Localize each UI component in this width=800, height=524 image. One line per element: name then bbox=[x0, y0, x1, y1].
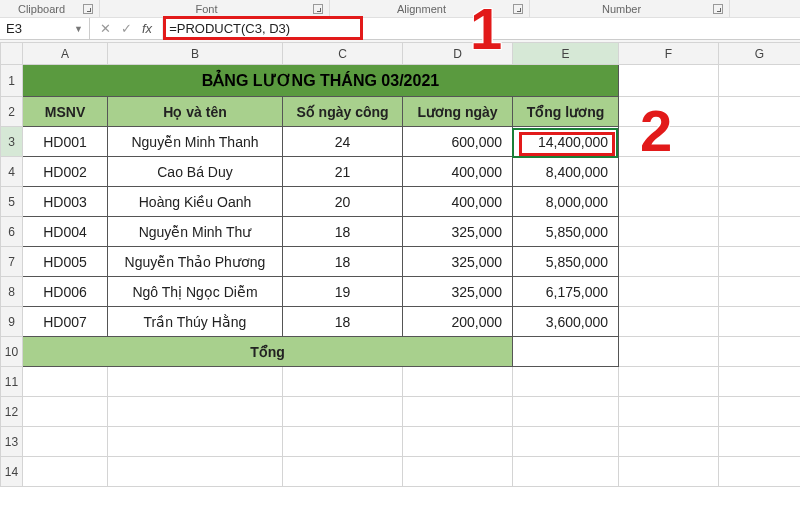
cell-msnv[interactable]: HD004 bbox=[23, 217, 108, 247]
row-header[interactable]: 6 bbox=[1, 217, 23, 247]
row-header[interactable]: 10 bbox=[1, 337, 23, 367]
row-header[interactable]: 12 bbox=[1, 397, 23, 427]
row-header[interactable]: 13 bbox=[1, 427, 23, 457]
row-header[interactable]: 8 bbox=[1, 277, 23, 307]
cell[interactable] bbox=[403, 427, 513, 457]
chevron-down-icon[interactable]: ▼ bbox=[74, 24, 83, 34]
cell[interactable] bbox=[719, 427, 801, 457]
cell[interactable] bbox=[619, 217, 719, 247]
cell[interactable] bbox=[23, 457, 108, 487]
cell-name[interactable]: Hoàng Kiều Oanh bbox=[108, 187, 283, 217]
cell-name[interactable]: Nguyễn Thảo Phương bbox=[108, 247, 283, 277]
col-hoten[interactable]: Họ và tên bbox=[108, 97, 283, 127]
cell[interactable] bbox=[403, 457, 513, 487]
col-header-e[interactable]: E bbox=[513, 43, 619, 65]
cell-msnv[interactable]: HD003 bbox=[23, 187, 108, 217]
cell-total[interactable]: 14,400,000 bbox=[513, 127, 619, 157]
cell-msnv[interactable]: HD006 bbox=[23, 277, 108, 307]
cell-name[interactable]: Cao Bá Duy bbox=[108, 157, 283, 187]
col-header-g[interactable]: G bbox=[719, 43, 801, 65]
cell-total[interactable]: 5,850,000 bbox=[513, 217, 619, 247]
cell[interactable] bbox=[719, 127, 801, 157]
cell[interactable] bbox=[108, 397, 283, 427]
cell-rate[interactable]: 325,000 bbox=[403, 277, 513, 307]
cell-name[interactable]: Trần Thúy Hằng bbox=[108, 307, 283, 337]
cell[interactable] bbox=[619, 307, 719, 337]
dialog-launcher-icon[interactable] bbox=[513, 4, 523, 14]
cell[interactable] bbox=[619, 397, 719, 427]
col-header-a[interactable]: A bbox=[23, 43, 108, 65]
cell[interactable] bbox=[719, 187, 801, 217]
cell-msnv[interactable]: HD007 bbox=[23, 307, 108, 337]
cell[interactable] bbox=[283, 457, 403, 487]
cell-rate[interactable]: 400,000 bbox=[403, 187, 513, 217]
cell-rate[interactable]: 325,000 bbox=[403, 217, 513, 247]
cell-total[interactable]: 3,600,000 bbox=[513, 307, 619, 337]
cell[interactable] bbox=[283, 367, 403, 397]
cell-total[interactable]: 8,000,000 bbox=[513, 187, 619, 217]
cell-days[interactable]: 21 bbox=[283, 157, 403, 187]
fx-icon[interactable]: fx bbox=[142, 21, 152, 36]
col-msnv[interactable]: MSNV bbox=[23, 97, 108, 127]
cell[interactable] bbox=[719, 97, 801, 127]
grid[interactable]: A B C D E F G 1 BẢNG LƯƠNG THÁNG 03/2021… bbox=[0, 42, 800, 487]
cell-rate[interactable]: 325,000 bbox=[403, 247, 513, 277]
cell[interactable] bbox=[619, 367, 719, 397]
cell[interactable] bbox=[403, 367, 513, 397]
cell[interactable] bbox=[108, 457, 283, 487]
row-header[interactable]: 14 bbox=[1, 457, 23, 487]
cell-msnv[interactable]: HD005 bbox=[23, 247, 108, 277]
cell[interactable] bbox=[619, 127, 719, 157]
cell[interactable] bbox=[719, 277, 801, 307]
worksheet[interactable]: A B C D E F G 1 BẢNG LƯƠNG THÁNG 03/2021… bbox=[0, 42, 800, 487]
cell[interactable] bbox=[619, 337, 719, 367]
cell-total[interactable]: 5,850,000 bbox=[513, 247, 619, 277]
cell[interactable] bbox=[719, 65, 801, 97]
dialog-launcher-icon[interactable] bbox=[713, 4, 723, 14]
formula-input[interactable]: =PRODUCT(C3, D3) bbox=[163, 18, 800, 39]
row-header[interactable]: 7 bbox=[1, 247, 23, 277]
cell[interactable] bbox=[619, 187, 719, 217]
cell[interactable] bbox=[719, 397, 801, 427]
cell-name[interactable]: Nguyễn Minh Thư bbox=[108, 217, 283, 247]
col-luongngay[interactable]: Lương ngày bbox=[403, 97, 513, 127]
cell[interactable] bbox=[719, 217, 801, 247]
cell[interactable] bbox=[619, 247, 719, 277]
cell-total[interactable]: 8,400,000 bbox=[513, 157, 619, 187]
cell[interactable] bbox=[619, 65, 719, 97]
cell[interactable] bbox=[719, 157, 801, 187]
name-box[interactable]: E3 ▼ bbox=[0, 18, 90, 39]
row-header[interactable]: 11 bbox=[1, 367, 23, 397]
dialog-launcher-icon[interactable] bbox=[313, 4, 323, 14]
col-ngaycong[interactable]: Số ngày công bbox=[283, 97, 403, 127]
cell-days[interactable]: 18 bbox=[283, 247, 403, 277]
cell[interactable] bbox=[619, 427, 719, 457]
cell[interactable] bbox=[23, 367, 108, 397]
table-title[interactable]: BẢNG LƯƠNG THÁNG 03/2021 bbox=[23, 65, 619, 97]
cell[interactable] bbox=[513, 457, 619, 487]
dialog-launcher-icon[interactable] bbox=[83, 4, 93, 14]
cell[interactable] bbox=[719, 367, 801, 397]
cell[interactable] bbox=[23, 427, 108, 457]
cell[interactable] bbox=[403, 397, 513, 427]
col-header-f[interactable]: F bbox=[619, 43, 719, 65]
cell-days[interactable]: 20 bbox=[283, 187, 403, 217]
cell[interactable] bbox=[513, 367, 619, 397]
total-label[interactable]: Tổng bbox=[23, 337, 513, 367]
total-value-cell[interactable] bbox=[513, 337, 619, 367]
cell[interactable] bbox=[108, 367, 283, 397]
cell-name[interactable]: Nguyễn Minh Thanh bbox=[108, 127, 283, 157]
cancel-icon[interactable]: ✕ bbox=[100, 21, 111, 36]
cell[interactable] bbox=[283, 397, 403, 427]
cell-rate[interactable]: 200,000 bbox=[403, 307, 513, 337]
cell[interactable] bbox=[719, 307, 801, 337]
cell[interactable] bbox=[283, 427, 403, 457]
cell-msnv[interactable]: HD002 bbox=[23, 157, 108, 187]
row-header[interactable]: 3 bbox=[1, 127, 23, 157]
cell[interactable] bbox=[513, 397, 619, 427]
row-header[interactable]: 1 bbox=[1, 65, 23, 97]
cell-days[interactable]: 19 bbox=[283, 277, 403, 307]
cell[interactable] bbox=[619, 157, 719, 187]
cell[interactable] bbox=[719, 337, 801, 367]
row-header[interactable]: 5 bbox=[1, 187, 23, 217]
